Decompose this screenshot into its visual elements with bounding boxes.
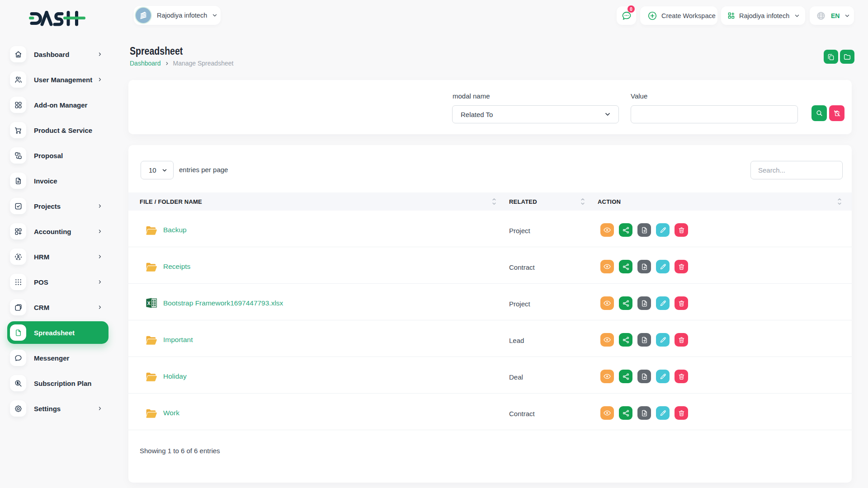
- svg-text:X: X: [147, 300, 151, 306]
